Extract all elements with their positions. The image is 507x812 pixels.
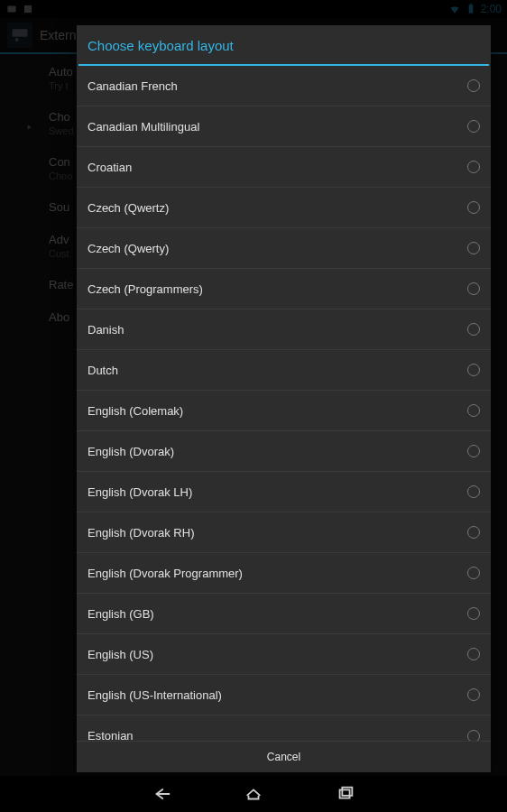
radio-icon[interactable]: [467, 648, 480, 660]
radio-icon[interactable]: [467, 688, 480, 701]
home-icon[interactable]: [244, 784, 263, 804]
radio-icon[interactable]: [467, 485, 480, 498]
dialog-title: Choose keyboard layout: [77, 25, 491, 64]
layout-option[interactable]: English (GB): [77, 594, 491, 634]
radio-icon[interactable]: [467, 526, 480, 539]
layout-option[interactable]: Canadian Multilingual: [77, 106, 491, 147]
svg-rect-6: [342, 788, 352, 796]
layout-option-label: Czech (Qwertz): [88, 201, 467, 215]
layout-option-label: Croatian: [88, 161, 467, 174]
layout-option[interactable]: Danish: [77, 309, 491, 350]
screen: 2:00 External AutoTry tChoSwedConChooSou…: [0, 0, 507, 812]
radio-icon[interactable]: [467, 242, 480, 254]
layout-option[interactable]: English (US-International): [77, 675, 491, 715]
keyboard-layout-dialog: Choose keyboard layout Canadian FrenchCa…: [77, 25, 491, 772]
layout-option-label: English (Dvorak Programmer): [88, 567, 467, 580]
layout-option-label: English (US-International): [88, 688, 467, 702]
radio-icon[interactable]: [467, 161, 480, 173]
layout-option-label: English (Dvorak RH): [88, 526, 467, 540]
layout-option-label: Czech (Programmers): [88, 282, 467, 296]
radio-icon[interactable]: [467, 730, 480, 742]
radio-icon[interactable]: [467, 404, 480, 417]
radio-icon[interactable]: [467, 364, 480, 376]
layout-option[interactable]: English (Dvorak): [77, 431, 491, 472]
layout-option-label: English (US): [88, 648, 467, 661]
layout-option-label: English (Colemak): [88, 404, 467, 418]
recents-icon[interactable]: [336, 784, 355, 804]
layout-option[interactable]: English (US): [77, 634, 491, 675]
layout-option-label: Dutch: [88, 364, 467, 377]
radio-icon[interactable]: [467, 201, 480, 214]
radio-icon[interactable]: [467, 567, 480, 579]
layout-option[interactable]: English (Dvorak Programmer): [77, 553, 491, 594]
layout-option-label: Czech (Qwerty): [88, 242, 467, 255]
radio-icon[interactable]: [467, 607, 480, 620]
layout-option[interactable]: Estonian: [77, 715, 491, 741]
layout-option[interactable]: Canadian French: [77, 66, 491, 106]
layout-option[interactable]: English (Dvorak LH): [77, 472, 491, 512]
radio-icon[interactable]: [467, 120, 480, 133]
layout-option[interactable]: Croatian: [77, 147, 491, 188]
navigation-bar: [0, 776, 507, 812]
layout-option-label: Estonian: [88, 729, 467, 741]
svg-rect-5: [340, 789, 350, 798]
layout-option-label: English (Dvorak): [88, 445, 467, 458]
layout-option[interactable]: English (Dvorak RH): [77, 512, 491, 553]
radio-icon[interactable]: [467, 79, 480, 92]
cancel-button[interactable]: Cancel: [77, 742, 491, 772]
layout-option[interactable]: Czech (Qwerty): [77, 228, 491, 269]
layout-option[interactable]: Czech (Qwertz): [77, 188, 491, 228]
layout-option-label: English (GB): [88, 607, 467, 621]
layout-list[interactable]: Canadian FrenchCanadian MultilingualCroa…: [77, 66, 491, 741]
radio-icon[interactable]: [467, 323, 480, 336]
radio-icon[interactable]: [467, 282, 480, 295]
layout-option-label: Canadian French: [88, 79, 467, 93]
layout-option-label: Canadian Multilingual: [88, 120, 467, 134]
layout-option[interactable]: Dutch: [77, 350, 491, 391]
dialog-footer: Cancel: [77, 741, 491, 772]
layout-option-label: Danish: [88, 323, 467, 337]
layout-option[interactable]: Czech (Programmers): [77, 269, 491, 309]
back-icon[interactable]: [152, 784, 171, 804]
radio-icon[interactable]: [467, 445, 480, 457]
layout-option-label: English (Dvorak LH): [88, 485, 467, 499]
layout-option[interactable]: English (Colemak): [77, 391, 491, 431]
